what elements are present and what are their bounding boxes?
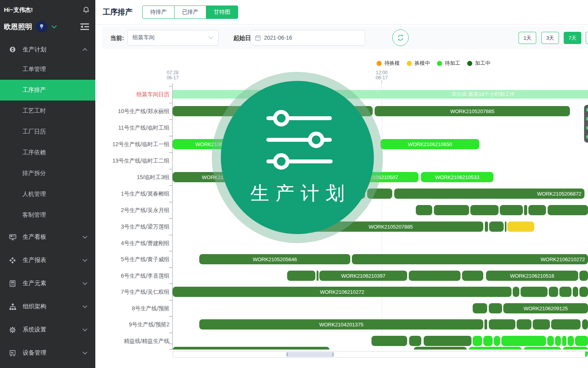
gantt-bar[interactable] <box>371 336 407 346</box>
top-bar: 工序排产 待排产已排产甘特图 <box>95 0 588 25</box>
gantt-bar[interactable] <box>547 336 554 346</box>
start-date-input[interactable]: 2021-06-16 <box>250 30 365 46</box>
sidebar-item-工厂日历[interactable]: 工厂日历 <box>0 121 95 142</box>
tab-待排产[interactable]: 待排产 <box>142 5 175 19</box>
gantt-bar[interactable] <box>500 205 523 215</box>
sidebar-item-工序排产[interactable]: 工序排产 <box>0 80 95 101</box>
gantt-bar[interactable] <box>579 271 588 281</box>
floating-side-widget[interactable] <box>584 105 588 143</box>
horizontal-scrollbar[interactable] <box>173 351 585 358</box>
gantt-bar-label: WORK2105205646 <box>253 256 297 262</box>
refresh-button[interactable] <box>392 29 409 46</box>
gantt-bar[interactable] <box>317 271 319 281</box>
legend-item-加工中: 加工中 <box>467 60 490 67</box>
gantt-bar[interactable] <box>573 287 578 297</box>
gantt-bar[interactable]: WORK2105206872 <box>394 189 584 199</box>
gantt-bar[interactable] <box>489 303 502 313</box>
calendar-icon <box>255 35 261 41</box>
gantt-bar[interactable] <box>473 336 482 346</box>
gantt-bar[interactable] <box>462 271 483 281</box>
gantt-bar[interactable] <box>494 336 500 346</box>
gantt-bar[interactable] <box>562 336 566 346</box>
gantt-bar[interactable] <box>575 336 588 346</box>
gantt-bar[interactable] <box>483 336 493 346</box>
sidebar: Hi~支伟杰! 欧恩照明 生产计划工单管理工序排产工艺工时工厂日历工序依赖排产拆… <box>0 0 95 368</box>
gantt-bar[interactable] <box>489 222 504 232</box>
sidebar-item-工单管理[interactable]: 工单管理 <box>0 59 95 80</box>
gantt-bar[interactable]: WORK2106210533 <box>421 172 493 182</box>
sidebar-item-排产拆分[interactable]: 排产拆分 <box>0 163 95 184</box>
tab-甘特图[interactable]: 甘特图 <box>206 5 238 19</box>
avatar[interactable] <box>36 21 47 33</box>
collapse-menu-icon[interactable] <box>80 22 90 31</box>
range-button-partial[interactable] <box>586 32 588 44</box>
scrollbar-thumb[interactable] <box>286 352 334 357</box>
sidebar-section-生产看板[interactable]: 生产看板 <box>0 225 95 249</box>
gantt-bar[interactable] <box>416 205 432 215</box>
production-plan-overlay: 生产计划 <box>221 81 374 234</box>
gantt-bar[interactable] <box>559 287 572 297</box>
gantt-bar[interactable]: WORK2106210272 <box>352 254 588 264</box>
gantt-bar[interactable] <box>551 319 581 330</box>
gantt-bar[interactable] <box>424 336 471 346</box>
gantt-bar[interactable]: WORK2106210650 <box>380 139 479 149</box>
range-button-1天[interactable]: 1天 <box>519 32 536 44</box>
gantt-bar[interactable] <box>485 222 488 232</box>
chevron-down-icon[interactable] <box>51 25 57 29</box>
sidebar-item-工艺工时[interactable]: 工艺工时 <box>0 101 95 121</box>
range-button-3天[interactable]: 3天 <box>541 32 559 44</box>
gantt-bar[interactable] <box>513 287 519 297</box>
gantt-bar[interactable] <box>409 336 421 346</box>
workshop-select[interactable]: 组装车间 <box>127 30 218 46</box>
sidebar-section-生产计划[interactable]: 生产计划 <box>0 40 95 59</box>
sidebar-item-工序依赖[interactable]: 工序依赖 <box>0 142 95 163</box>
bell-icon[interactable] <box>82 6 90 14</box>
gantt-bar[interactable] <box>524 205 527 215</box>
gantt-bar[interactable] <box>517 319 532 330</box>
sidebar-section-系统设置[interactable]: 系统设置 <box>0 318 95 341</box>
gantt-bar[interactable] <box>521 287 548 297</box>
gantt-bar[interactable] <box>505 222 506 232</box>
gantt-bar[interactable] <box>507 222 534 232</box>
sidebar-section-label: 系统设置 <box>23 326 46 333</box>
gantt-bar[interactable] <box>582 319 588 330</box>
row-label: 10号生产线/郑永丽组 <box>98 107 169 115</box>
gantt-bar[interactable] <box>489 319 515 330</box>
gantt-bar[interactable] <box>473 303 487 313</box>
gantt-bar[interactable] <box>549 287 558 297</box>
gantt-bar[interactable]: WORK2106210516 <box>486 271 578 281</box>
row-label: 2号生产线/吴永月组 <box>98 206 169 214</box>
gantt-bar[interactable] <box>409 271 461 281</box>
gantt-bar[interactable]: WORK2106209125 <box>503 303 588 313</box>
gantt-bar[interactable] <box>579 287 588 297</box>
gantt-bar[interactable] <box>470 205 499 215</box>
org-icon <box>9 303 16 310</box>
tab-已排产[interactable]: 已排产 <box>174 5 206 19</box>
gantt-bar[interactable] <box>434 205 469 215</box>
sidebar-section-设备管理[interactable]: 设备管理 <box>0 341 95 364</box>
gantt-bar[interactable]: WORK2105207885 <box>375 106 570 116</box>
sidebar-section-组织架构[interactable]: 组织架构 <box>0 295 95 318</box>
gantt-bar[interactable]: WORK2106210272 <box>173 287 512 297</box>
gantt-bar[interactable] <box>568 336 574 346</box>
gantt-bar[interactable] <box>528 205 546 215</box>
gantt-bar[interactable] <box>555 336 561 346</box>
gantt-bar[interactable] <box>501 336 546 346</box>
page-title: 工序排产 <box>103 7 133 17</box>
gantt-bar[interactable] <box>533 319 550 330</box>
sidebar-item-人机管理[interactable]: 人机管理 <box>0 184 95 205</box>
sidebar-section-生产元素[interactable]: 生产元素 <box>0 272 95 295</box>
time-axis-label: 12:0006-17 <box>373 70 391 81</box>
gantt-bar[interactable]: WORK2104201375 <box>199 319 483 330</box>
gantt-bar[interactable] <box>287 271 315 281</box>
gantt-bar[interactable]: WORK2106210397 <box>319 271 407 281</box>
chevron-down-icon <box>82 328 87 331</box>
row-tickmark <box>169 251 172 251</box>
sidebar-item-客制管理[interactable]: 客制管理 <box>0 205 95 225</box>
gantt-bar[interactable]: WORK2105205646 <box>199 254 350 264</box>
row-tickmark <box>169 218 172 219</box>
range-button-7天[interactable]: 7天 <box>564 32 581 44</box>
sidebar-section-生产报表[interactable]: 生产报表 <box>0 249 95 272</box>
gantt-bar[interactable] <box>484 319 487 330</box>
gantt-bar[interactable] <box>548 205 588 215</box>
